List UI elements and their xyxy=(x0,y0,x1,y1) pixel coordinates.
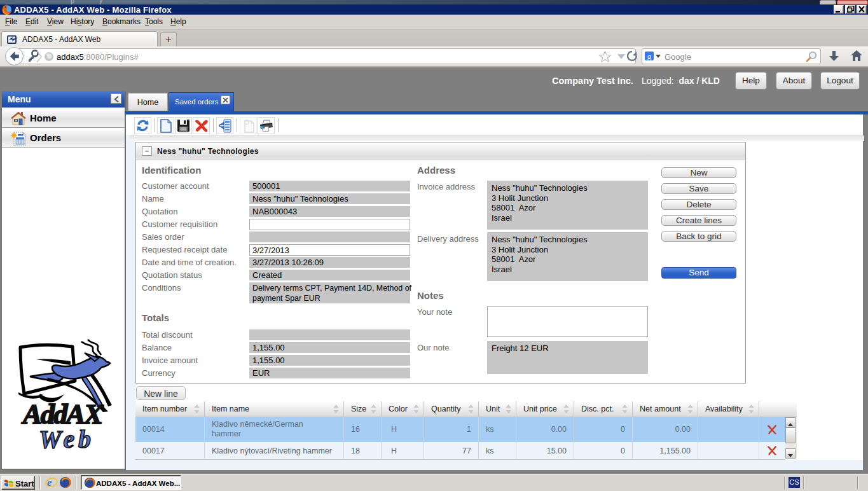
svg-text:Web: Web xyxy=(39,425,91,453)
svg-text:AddAX: AddAX xyxy=(21,398,104,430)
svg-text:g: g xyxy=(647,52,652,60)
